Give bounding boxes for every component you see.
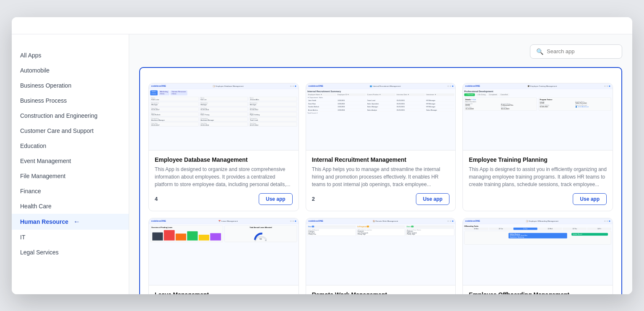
- search-input[interactable]: [547, 48, 616, 54]
- app-preview-offboarding: codelessONE 📋 Employee Offboarding Manag…: [463, 218, 613, 285]
- use-app-button[interactable]: Use app: [573, 193, 607, 205]
- sidebar-item-finance[interactable]: Finance: [12, 184, 129, 199]
- sidebar-item-business-process[interactable]: Business Process: [12, 93, 129, 108]
- svg-text:50: 50: [260, 238, 262, 240]
- apps-grid: codelessONE 📋 Employee Database Manageme…: [148, 83, 613, 294]
- app-card-remote-work-management[interactable]: codelessONE 🏠 Remote Work Management New…: [306, 218, 456, 294]
- app-name: Internal Recruitment Management: [312, 156, 450, 163]
- sidebar-item-file-management[interactable]: File Management: [12, 168, 129, 184]
- app-info: Employee Training PlanningThis App is de…: [463, 150, 613, 211]
- sidebar-item-business-operation[interactable]: Business Operation: [12, 78, 129, 93]
- app-info: Employee Offboarding ManagementStreamlin…: [463, 285, 613, 294]
- app-count: 4: [155, 196, 158, 202]
- sidebar-item-customer-care-and-support[interactable]: Customer Care and Support: [12, 123, 129, 138]
- sidebar-item-all-apps[interactable]: All Apps: [12, 48, 129, 63]
- main-header: 🔍: [139, 44, 622, 59]
- modal-close-button[interactable]: [619, 24, 622, 27]
- app-count: 2: [312, 196, 315, 202]
- sidebar-item-education[interactable]: Education: [12, 138, 129, 153]
- search-box: 🔍: [530, 44, 622, 59]
- app-name: Employee Offboarding Management: [469, 291, 607, 294]
- app-info: Leave ManagementManage employee leave re…: [149, 285, 299, 294]
- app-card-employee-database-management[interactable]: codelessONE 📋 Employee Database Manageme…: [148, 83, 299, 211]
- sidebar-item-automobile[interactable]: Automobile: [12, 63, 129, 78]
- modal-header: [12, 17, 632, 34]
- sidebar-item-human-resource[interactable]: Human Resource←: [12, 214, 129, 230]
- app-card-employee-offboarding-management[interactable]: codelessONE 📋 Employee Offboarding Manag…: [462, 218, 613, 294]
- app-name: Leave Management: [155, 291, 293, 294]
- app-description: This App is designed to organize and sto…: [155, 166, 293, 188]
- sidebar-title: [12, 43, 129, 48]
- sidebar: All AppsAutomobileBusiness OperationBusi…: [12, 34, 129, 294]
- app-name: Employee Training Planning: [469, 156, 607, 163]
- app-card-leave-management[interactable]: codelessONE 📅 Leave Management Overview …: [148, 218, 299, 294]
- app-name: Employee Database Management: [155, 156, 293, 163]
- app-footer: 2Use app: [312, 193, 450, 205]
- app-info: Remote Work ManagementTrack and manage r…: [306, 285, 456, 294]
- sidebar-item-event-management[interactable]: Event Management: [12, 153, 129, 168]
- modal-body: All AppsAutomobileBusiness OperationBusi…: [12, 34, 632, 294]
- search-icon: 🔍: [536, 48, 543, 55]
- svg-text:10: 10: [254, 239, 256, 241]
- sidebar-item-health-care[interactable]: Health Care: [12, 199, 129, 214]
- use-app-button[interactable]: Use app: [416, 193, 450, 205]
- main-content: 🔍 codelessONE 📋 Employee Database Manage…: [129, 34, 632, 294]
- use-app-button[interactable]: Use app: [259, 193, 293, 205]
- app-preview-leave: codelessONE 📅 Leave Management Overview …: [149, 218, 299, 285]
- app-footer: 4Use app: [155, 193, 293, 205]
- app-info: Internal Recruitment ManagementThis App …: [306, 150, 456, 211]
- app-preview-recruitment: codelessONE 👥 Internal Recruitment Manag…: [306, 83, 456, 150]
- app-card-internal-recruitment-management[interactable]: codelessONE 👥 Internal Recruitment Manag…: [306, 83, 456, 211]
- app-preview-remote: codelessONE 🏠 Remote Work Management New…: [306, 218, 456, 285]
- app-info: Employee Database ManagementThis App is …: [149, 150, 299, 211]
- sidebar-item-it[interactable]: IT: [12, 230, 129, 245]
- svg-text:80: 80: [265, 239, 267, 241]
- app-preview-employee_db: codelessONE 📋 Employee Database Manageme…: [149, 83, 299, 150]
- sidebar-item-legal-services[interactable]: Legal Services: [12, 245, 129, 260]
- active-arrow-icon: ←: [73, 218, 80, 225]
- app-card-employee-training-planning[interactable]: codelessONE 🎓 Employee Training Manageme…: [462, 83, 613, 211]
- app-description: This App is designed to assist you in ef…: [469, 166, 607, 188]
- app-description: This App helps you to manage and streaml…: [312, 166, 450, 188]
- sidebar-item-construction-and-engineering[interactable]: Construction and Engineering: [12, 108, 129, 123]
- human-resource-section: codelessONE 📋 Employee Database Manageme…: [139, 67, 622, 294]
- app-preview-training: codelessONE 🎓 Employee Training Manageme…: [463, 83, 613, 150]
- app-footer: Use app: [469, 193, 607, 205]
- modal: All AppsAutomobileBusiness OperationBusi…: [12, 17, 632, 294]
- app-name: Remote Work Management: [312, 291, 450, 294]
